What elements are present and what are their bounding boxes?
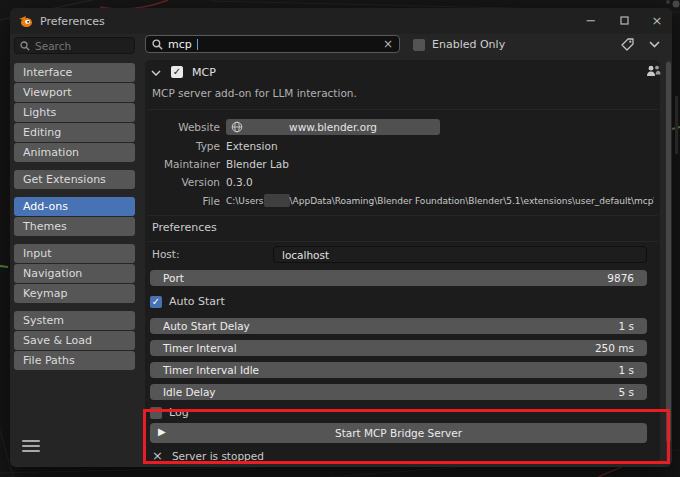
blender-logo-icon [18, 15, 33, 28]
maximize-icon [620, 16, 629, 25]
play-icon: ▶ [158, 426, 166, 437]
type-row: Type Extension [145, 137, 660, 154]
vertical-scrollbar[interactable] [666, 60, 671, 462]
timer-interval-idle-slider[interactable]: Timer Interval Idle 1 s [150, 362, 647, 378]
maintainer-row: Maintainer Blender Lab [145, 155, 660, 172]
sidebar-item-interface[interactable]: Interface [14, 63, 135, 82]
sidebar-search-input[interactable]: Search [14, 37, 135, 54]
sidebar-item-file-paths[interactable]: File Paths [14, 351, 135, 370]
server-status: × Server is stopped [152, 449, 264, 462]
search-value: mcp [168, 38, 192, 51]
sidebar-item-animation[interactable]: Animation [14, 143, 135, 162]
cross-icon: × [152, 449, 163, 462]
sidebar-item-keymap[interactable]: Keymap [14, 284, 135, 303]
close-button[interactable]: × [642, 8, 672, 32]
auto-start-delay-slider[interactable]: Auto Start Delay 1 s [150, 318, 647, 334]
checkbox-checked[interactable]: ✓ [171, 66, 183, 78]
port-slider[interactable]: Port 9876 [150, 270, 647, 286]
divider [147, 241, 658, 242]
version-row: Version 0.3.0 [145, 173, 660, 190]
menu-hamburger-icon[interactable] [22, 439, 40, 453]
scrollbar-thumb[interactable] [666, 62, 671, 442]
checkbox-checked[interactable]: ✓ [150, 296, 162, 308]
sidebar-group-general: Interface Viewport Lights Editing Animat… [14, 63, 135, 163]
preferences-section-label: Preferences [152, 221, 217, 234]
sidebar-item-input[interactable]: Input [14, 244, 135, 263]
addons-options-dropdown[interactable] [642, 35, 666, 53]
globe-icon [231, 121, 243, 133]
clear-search-icon[interactable]: × [383, 37, 393, 51]
chevron-down-icon [151, 70, 161, 76]
idle-delay-slider[interactable]: Idle Delay 5 s [150, 384, 647, 400]
checkbox-unchecked[interactable] [413, 39, 425, 51]
maximize-button[interactable] [609, 8, 639, 32]
host-label: Host: [152, 248, 179, 260]
sidebar-item-editing[interactable]: Editing [14, 123, 135, 142]
checkbox-unchecked[interactable] [150, 407, 162, 419]
website-row: Website www.blender.org [145, 118, 660, 135]
log-checkbox[interactable]: Log [150, 406, 189, 419]
desktop-background: Preferences − × Search Interface Viewpor… [0, 0, 680, 477]
text-cursor [197, 39, 199, 50]
minimize-button[interactable]: − [576, 8, 606, 32]
sidebar-item-lights[interactable]: Lights [14, 103, 135, 122]
timer-interval-slider[interactable]: Timer Interval 250 ms [150, 340, 647, 356]
sidebar-item-system[interactable]: System [14, 311, 135, 330]
expand-addon-button[interactable] [148, 64, 163, 82]
search-icon [152, 39, 163, 50]
file-row: File C:\Users\AppData\Roaming\Blender Fo… [145, 192, 660, 209]
addon-search-input[interactable]: mcp × [145, 35, 400, 53]
server-status-text: Server is stopped [172, 450, 264, 462]
addon-description: MCP server add-on for LLM interaction. [152, 87, 357, 99]
sidebar-item-navigation[interactable]: Navigation [14, 264, 135, 283]
auto-start-checkbox[interactable]: ✓ Auto Start [150, 295, 225, 308]
filter-tags-button[interactable] [615, 35, 639, 53]
sidebar-item-add-ons[interactable]: Add-ons [14, 197, 135, 216]
preferences-window: Preferences − × Search Interface Viewpor… [10, 8, 672, 467]
window-titlebar[interactable]: Preferences [10, 8, 672, 34]
sidebar-item-viewport[interactable]: Viewport [14, 83, 135, 102]
divider [147, 215, 658, 216]
tag-icon [620, 37, 635, 52]
divider [147, 109, 658, 110]
sidebar-group-addons: Add-ons Themes [14, 197, 135, 237]
addon-enable-checkbox[interactable]: ✓ [171, 66, 183, 78]
sidebar-item-themes[interactable]: Themes [14, 217, 135, 236]
start-mcp-bridge-server-button[interactable]: ▶ Start MCP Bridge Server [150, 423, 647, 443]
addon-title: MCP [192, 66, 216, 79]
chevron-down-icon [649, 41, 660, 48]
enabled-only-checkbox[interactable]: Enabled Only [413, 38, 505, 51]
search-icon [20, 41, 30, 51]
file-path: C:\Users\AppData\Roaming\Blender Foundat… [226, 194, 654, 207]
sidebar-search-placeholder: Search [35, 40, 71, 52]
community-users-icon [646, 65, 661, 78]
host-input[interactable]: localhost [273, 246, 647, 263]
sidebar-item-get-extensions[interactable]: Get Extensions [14, 170, 135, 189]
sidebar-group-input: Input Navigation Keymap [14, 244, 135, 304]
sidebar-group-extensions: Get Extensions [14, 170, 135, 190]
window-title: Preferences [40, 15, 105, 28]
redacted-username [264, 194, 290, 207]
sidebar-group-system: System Save & Load File Paths [14, 311, 135, 371]
sidebar-item-save-load[interactable]: Save & Load [14, 331, 135, 350]
website-button[interactable]: www.blender.org [226, 119, 440, 135]
